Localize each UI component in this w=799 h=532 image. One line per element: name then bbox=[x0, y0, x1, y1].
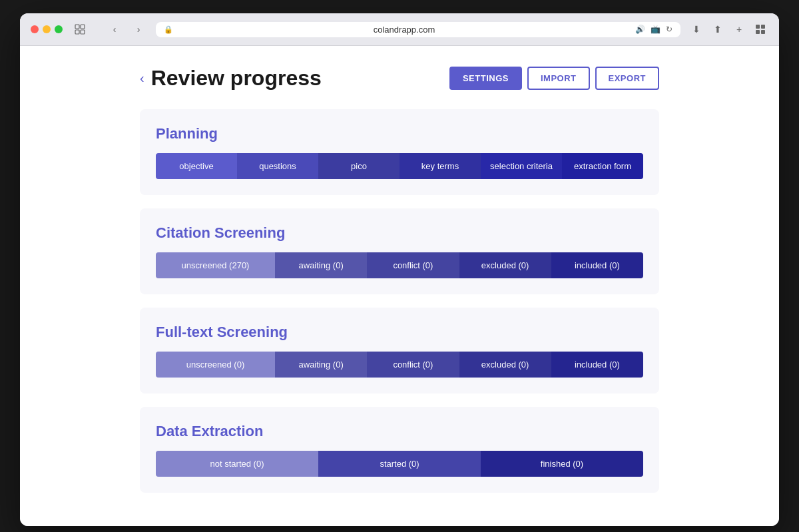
window-switcher-icon[interactable] bbox=[71, 23, 89, 36]
page-content: ‹ Review progress SETTINGS IMPORT EXPORT… bbox=[20, 46, 779, 526]
planning-seg-selection-criteria[interactable]: selection criteria bbox=[481, 153, 562, 179]
browser-chrome: ‹ › 🔒 colandrapp.com 🔊 📺 ↻ ⬇ ⬆ + bbox=[20, 13, 779, 46]
svg-rect-7 bbox=[761, 30, 765, 34]
close-button[interactable] bbox=[31, 25, 39, 33]
export-button[interactable]: EXPORT bbox=[595, 67, 659, 90]
url-text: colandrapp.com bbox=[178, 25, 630, 35]
citation-seg-excluded[interactable]: excluded (0) bbox=[459, 252, 551, 278]
extraction-seg-started[interactable]: started (0) bbox=[318, 451, 481, 477]
citation-seg-conflict[interactable]: conflict (0) bbox=[367, 252, 459, 278]
forward-nav-button[interactable]: › bbox=[129, 23, 148, 36]
traffic-lights bbox=[31, 25, 63, 33]
data-extraction-title: Data Extraction bbox=[156, 423, 643, 440]
browser-nav: ‹ › bbox=[105, 23, 148, 36]
page-title-area: ‹ Review progress bbox=[140, 66, 322, 91]
reload-icon[interactable]: ↻ bbox=[666, 25, 672, 34]
minimize-button[interactable] bbox=[43, 25, 51, 33]
planning-progress-bar: objective questions pico key terms selec… bbox=[156, 153, 643, 179]
data-extraction-section: Data Extraction not started (0) started … bbox=[140, 407, 659, 493]
planning-section: Planning objective questions pico key te… bbox=[140, 109, 659, 195]
maximize-button[interactable] bbox=[55, 25, 63, 33]
fulltext-screening-section: Full-text Screening unscreened (0) await… bbox=[140, 308, 659, 394]
fulltext-seg-excluded[interactable]: excluded (0) bbox=[459, 352, 551, 378]
import-button[interactable]: IMPORT bbox=[527, 67, 590, 90]
new-tab-icon[interactable]: + bbox=[731, 21, 747, 37]
citation-seg-unscreened[interactable]: unscreened (270) bbox=[156, 252, 275, 278]
citation-seg-awaiting[interactable]: awaiting (0) bbox=[275, 252, 367, 278]
fulltext-seg-conflict[interactable]: conflict (0) bbox=[367, 352, 459, 378]
planning-seg-key-terms[interactable]: key terms bbox=[400, 153, 481, 179]
page-title: Review progress bbox=[151, 66, 322, 91]
planning-seg-extraction-form[interactable]: extraction form bbox=[562, 153, 643, 179]
fulltext-seg-included[interactable]: included (0) bbox=[551, 352, 643, 378]
page-header: ‹ Review progress SETTINGS IMPORT EXPORT bbox=[140, 66, 659, 91]
citation-seg-included[interactable]: included (0) bbox=[551, 252, 643, 278]
svg-rect-4 bbox=[756, 25, 760, 29]
fulltext-seg-unscreened[interactable]: unscreened (0) bbox=[156, 352, 275, 378]
svg-rect-6 bbox=[756, 30, 760, 34]
fulltext-seg-awaiting[interactable]: awaiting (0) bbox=[275, 352, 367, 378]
citation-screening-title: Citation Screening bbox=[156, 224, 643, 242]
data-extraction-progress-bar: not started (0) started (0) finished (0) bbox=[156, 451, 643, 477]
lock-icon: 🔒 bbox=[164, 25, 173, 34]
header-buttons: SETTINGS IMPORT EXPORT bbox=[449, 67, 659, 90]
cast-icon: 📺 bbox=[651, 25, 661, 34]
planning-title: Planning bbox=[156, 125, 643, 142]
audio-icon: 🔊 bbox=[635, 25, 645, 34]
address-bar[interactable]: 🔒 colandrapp.com 🔊 📺 ↻ bbox=[156, 22, 680, 37]
planning-seg-questions[interactable]: questions bbox=[237, 153, 318, 179]
citation-screening-section: Citation Screening unscreened (270) awai… bbox=[140, 208, 659, 294]
grid-icon[interactable] bbox=[752, 21, 768, 37]
download-icon[interactable]: ⬇ bbox=[688, 21, 704, 37]
browser-window: ‹ › 🔒 colandrapp.com 🔊 📺 ↻ ⬇ ⬆ + bbox=[20, 13, 779, 526]
svg-rect-3 bbox=[81, 30, 85, 34]
share-icon[interactable]: ⬆ bbox=[710, 21, 726, 37]
svg-rect-0 bbox=[75, 25, 79, 29]
extraction-seg-finished[interactable]: finished (0) bbox=[481, 451, 643, 477]
svg-rect-5 bbox=[761, 25, 765, 29]
back-nav-button[interactable]: ‹ bbox=[105, 23, 124, 36]
planning-seg-objective[interactable]: objective bbox=[156, 153, 237, 179]
svg-rect-1 bbox=[81, 25, 85, 29]
svg-rect-2 bbox=[75, 30, 79, 34]
extraction-seg-not-started[interactable]: not started (0) bbox=[156, 451, 318, 477]
browser-actions: ⬇ ⬆ + bbox=[688, 21, 768, 37]
page-inner: ‹ Review progress SETTINGS IMPORT EXPORT… bbox=[127, 46, 672, 526]
citation-screening-progress-bar: unscreened (270) awaiting (0) conflict (… bbox=[156, 252, 643, 278]
back-arrow-button[interactable]: ‹ bbox=[140, 71, 144, 86]
planning-seg-pico[interactable]: pico bbox=[318, 153, 400, 179]
settings-button[interactable]: SETTINGS bbox=[449, 67, 522, 90]
fulltext-screening-title: Full-text Screening bbox=[156, 324, 643, 341]
fulltext-screening-progress-bar: unscreened (0) awaiting (0) conflict (0)… bbox=[156, 352, 643, 378]
